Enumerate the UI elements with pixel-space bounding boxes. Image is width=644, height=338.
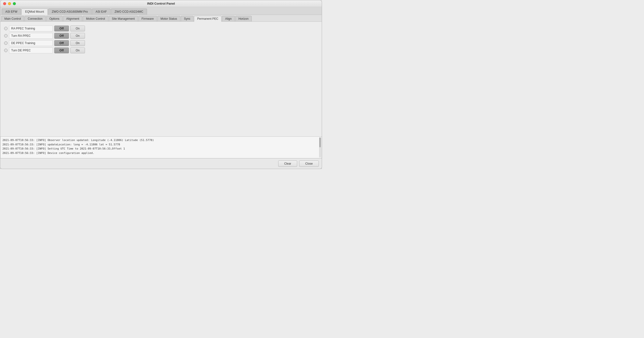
bottom-bar: Clear Close [0,158,322,169]
label-turn-de-ppec: Turn DE PPEC [9,48,53,53]
maximize-traffic-light[interactable] [13,2,16,5]
btn-on-de-ppec-training[interactable]: On [70,40,85,46]
device-tab-asi-efw[interactable]: ASI EFW [2,9,21,15]
label-ra-ppec-training: RA PPEC Training [9,26,53,32]
radio-ra-ppec-training [4,27,8,30]
device-tab-zwo-ccd-asi1600mm-pro[interactable]: ZWO CCD ASI1600MM Pro [48,9,92,15]
btn-off-turn-ra-ppec[interactable]: Off [54,33,69,39]
btn-on-turn-ra-ppec[interactable]: On [70,33,85,39]
tab-motion-control[interactable]: Motion Control [83,16,108,22]
tab-connection[interactable]: Connection [24,16,46,22]
panel-tabs: Main Control Connection Options Alignmen… [0,15,322,22]
btn-off-turn-de-ppec[interactable]: Off [54,48,69,53]
tab-motor-status[interactable]: Motor Status [158,16,180,22]
tab-permanent-pec[interactable]: Permanent PEC [194,16,222,22]
controls-area: RA PPEC Training Off On Turn RA PPEC Off… [4,26,318,53]
tab-main-control[interactable]: Main Control [1,16,24,22]
device-tabs: ASI EFW EQMod Mount ZWO CCD ASI1600MM Pr… [0,7,322,15]
label-de-ppec-training: DE PPEC Training [9,40,53,46]
main-window: INDI Control Panel ASI EFW EQMod Mount Z… [0,0,322,169]
btn-off-ra-ppec-training[interactable]: Off [54,26,69,32]
tab-alignment[interactable]: Alignment [63,16,82,22]
log-line-3: 2021-09-07T10:56:33: [INFO] Setting UTC … [2,147,320,151]
tab-firmware[interactable]: Firmware [138,16,157,22]
log-line-2: 2021-09-07T10:56:33: [INFO] updateLocati… [2,142,320,147]
btn-on-ra-ppec-training[interactable]: On [70,26,85,32]
radio-turn-de-ppec [4,49,8,52]
window-title: INDI Control Panel [147,2,175,5]
device-tab-asi-eaf[interactable]: ASI EAF [92,9,110,15]
title-bar: INDI Control Panel [0,0,322,7]
close-traffic-light[interactable] [3,2,6,5]
close-button[interactable]: Close [299,160,319,167]
btn-off-de-ppec-training[interactable]: Off [54,40,69,46]
control-row-de-ppec-training: DE PPEC Training Off On [4,40,318,46]
clear-button[interactable]: Clear [278,160,298,167]
device-tab-zwo-ccd-asi224mc[interactable]: ZWO CCD ASI224MC [111,9,147,15]
main-content: RA PPEC Training Off On Turn RA PPEC Off… [0,22,322,136]
log-scrollbar-thumb [319,138,321,147]
tab-align[interactable]: Align [222,16,235,22]
control-row-turn-de-ppec: Turn DE PPEC Off On [4,48,318,53]
radio-turn-ra-ppec [4,34,8,38]
log-scrollbar[interactable] [319,137,321,158]
tab-site-management[interactable]: Site Management [109,16,138,22]
control-row-ra-ppec-training: RA PPEC Training Off On [4,26,318,32]
label-turn-ra-ppec: Turn RA PPEC [9,33,53,39]
tab-horizon[interactable]: Horizon [235,16,252,22]
log-area[interactable]: 2021-09-07T10:56:33: [INFO] Observer loc… [0,136,322,158]
tab-sync[interactable]: Sync [181,16,194,22]
log-line-4: 2021-09-07T10:56:33: [INFO] Device confi… [2,151,320,155]
control-row-turn-ra-ppec: Turn RA PPEC Off On [4,33,318,39]
traffic-lights [3,2,16,5]
btn-on-turn-de-ppec[interactable]: On [70,48,85,53]
log-line-1: 2021-09-07T10:56:33: [INFO] Observer loc… [2,138,320,142]
radio-de-ppec-training [4,41,8,45]
minimize-traffic-light[interactable] [8,2,11,5]
tab-options[interactable]: Options [46,16,62,22]
device-tab-eqmod-mount[interactable]: EQMod Mount [22,9,48,15]
